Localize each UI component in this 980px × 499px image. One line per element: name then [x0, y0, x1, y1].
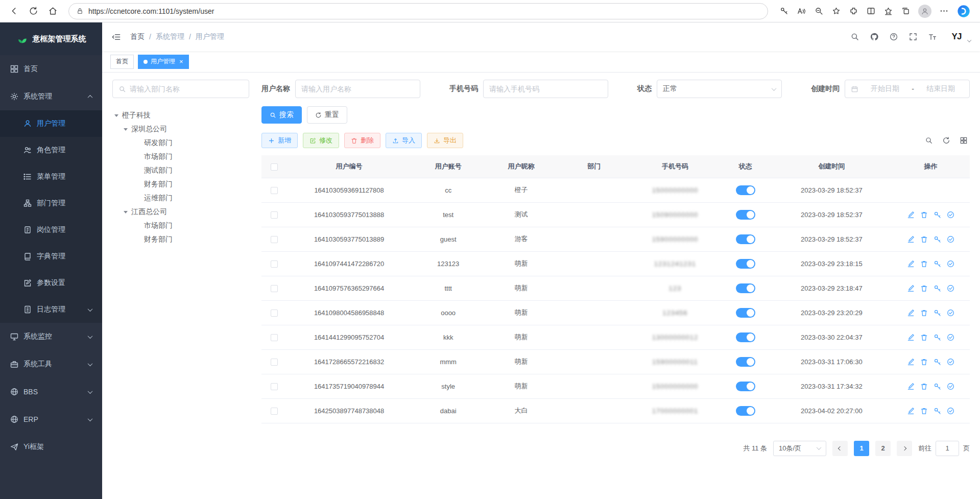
caret-down-icon[interactable] [124, 128, 128, 133]
table-row[interactable]: 1641441299095752704 kkk 萌新 13000000012 2… [261, 325, 970, 349]
table-row[interactable]: 1641030593775013888 test 测试 15090000000 … [261, 202, 970, 227]
status-toggle[interactable] [736, 406, 755, 416]
home-icon[interactable] [44, 3, 61, 20]
row-delete-icon[interactable] [920, 383, 928, 390]
password-key-icon[interactable] [779, 6, 789, 16]
sidebar-item-menus[interactable]: 菜单管理 [0, 163, 102, 190]
prev-page-button[interactable] [832, 441, 848, 456]
row-edit-icon[interactable] [907, 235, 915, 243]
tab-home[interactable]: 首页 [110, 55, 134, 69]
page-button-2[interactable]: 2 [875, 441, 891, 456]
row-reset-password-icon[interactable] [934, 284, 941, 292]
row-checkbox[interactable] [271, 310, 278, 317]
row-edit-icon[interactable] [907, 260, 915, 268]
sidebar-item-parameters[interactable]: 参数设置 [0, 270, 102, 296]
copilot-icon[interactable] [957, 4, 971, 18]
fullscreen-icon[interactable] [909, 32, 918, 41]
table-row[interactable]: 1641728665572216832 mmm 萌新 15900000011 2… [261, 349, 970, 374]
sidebar-item-bbs[interactable]: BBS [0, 378, 102, 406]
row-assign-role-icon[interactable] [947, 383, 954, 390]
status-toggle[interactable] [736, 283, 755, 293]
import-button[interactable]: 导入 [386, 133, 422, 148]
breadcrumb-home[interactable]: 首页 [130, 32, 145, 41]
row-checkbox[interactable] [271, 334, 278, 341]
table-row[interactable]: 1641030593775013889 guest 游客 15900000000… [261, 227, 970, 251]
row-reset-password-icon[interactable] [934, 407, 941, 415]
sidebar-item-monitor[interactable]: 系统监控 [0, 323, 102, 350]
row-edit-icon[interactable] [907, 358, 915, 366]
row-assign-role-icon[interactable] [947, 358, 954, 366]
row-assign-role-icon[interactable] [947, 309, 954, 317]
collapse-sidebar-icon[interactable] [111, 32, 121, 42]
font-size-icon[interactable] [928, 32, 937, 41]
row-edit-icon[interactable] [907, 309, 915, 317]
status-toggle[interactable] [736, 382, 755, 391]
refresh-table-icon[interactable] [942, 136, 950, 145]
status-toggle[interactable] [736, 210, 755, 220]
reset-button[interactable]: 重置 [307, 106, 347, 124]
row-reset-password-icon[interactable] [934, 260, 941, 268]
export-button[interactable]: 导出 [427, 133, 463, 148]
sidebar-item-posts[interactable]: 岗位管理 [0, 217, 102, 243]
edit-button[interactable]: 修改 [303, 133, 339, 148]
row-assign-role-icon[interactable] [947, 334, 954, 341]
row-edit-icon[interactable] [907, 407, 915, 415]
address-bar[interactable]: https://ccnetcore.com:1101/system/user [68, 3, 768, 19]
department-search-input[interactable] [130, 85, 243, 93]
refresh-icon[interactable] [25, 3, 42, 20]
row-assign-role-icon[interactable] [947, 260, 954, 268]
search-toggle-icon[interactable] [925, 136, 933, 145]
tab-user-management[interactable]: 用户管理 × [138, 55, 189, 69]
sidebar-item-tools[interactable]: 系统工具 [0, 350, 102, 378]
back-icon[interactable] [5, 3, 22, 20]
phone-field-wrap[interactable] [483, 80, 608, 98]
status-toggle[interactable] [736, 185, 755, 195]
extensions-icon[interactable] [849, 6, 858, 16]
favorites-add-icon[interactable] [831, 6, 841, 16]
user-avatar[interactable]: YJ [947, 29, 971, 44]
status-toggle[interactable] [736, 234, 755, 244]
help-icon[interactable] [889, 32, 898, 41]
row-checkbox[interactable] [271, 383, 278, 390]
username-input[interactable] [301, 85, 414, 93]
row-delete-icon[interactable] [920, 309, 928, 317]
status-select[interactable]: 正常 [657, 80, 782, 98]
tree-node-leaf[interactable]: 财务部门 [112, 232, 249, 246]
table-row[interactable]: 1642503897748738048 dabai 大白 17000000001… [261, 398, 970, 423]
row-reset-password-icon[interactable] [934, 358, 941, 366]
row-reset-password-icon[interactable] [934, 309, 941, 317]
row-reset-password-icon[interactable] [934, 211, 941, 219]
page-size-select[interactable]: 10条/页 [773, 441, 826, 456]
status-toggle[interactable] [736, 259, 755, 269]
row-delete-icon[interactable] [920, 284, 928, 292]
row-delete-icon[interactable] [920, 334, 928, 341]
row-delete-icon[interactable] [920, 211, 928, 219]
select-all-checkbox[interactable] [271, 163, 278, 171]
status-toggle[interactable] [736, 332, 755, 342]
caret-down-icon[interactable] [114, 114, 118, 119]
row-checkbox[interactable] [271, 408, 278, 415]
row-checkbox[interactable] [271, 236, 278, 243]
row-checkbox[interactable] [271, 285, 278, 292]
zoom-icon[interactable] [814, 6, 824, 16]
row-edit-icon[interactable] [907, 284, 915, 292]
search-icon[interactable] [850, 32, 859, 41]
tree-node-branch[interactable]: 江西总公司 [112, 205, 249, 219]
sidebar-item-users[interactable]: 用户管理 [0, 110, 102, 137]
table-row[interactable]: 1641030593691127808 cc 橙子 15000000000 20… [261, 178, 970, 202]
read-aloud-icon[interactable] [797, 6, 806, 16]
row-delete-icon[interactable] [920, 358, 928, 366]
sidebar-item-system[interactable]: 系统管理 [0, 83, 102, 110]
row-edit-icon[interactable] [907, 383, 915, 390]
row-assign-role-icon[interactable] [947, 407, 954, 415]
sidebar-item-logs[interactable]: 日志管理 [0, 296, 102, 323]
row-reset-password-icon[interactable] [934, 383, 941, 390]
row-checkbox[interactable] [271, 211, 278, 219]
delete-button[interactable]: 删除 [344, 133, 380, 148]
row-checkbox[interactable] [271, 260, 278, 268]
row-assign-role-icon[interactable] [947, 211, 954, 219]
row-assign-role-icon[interactable] [947, 235, 954, 243]
browser-profile-avatar[interactable] [918, 5, 931, 18]
tree-node-branch[interactable]: 深圳总公司 [112, 122, 249, 136]
row-checkbox[interactable] [271, 359, 278, 366]
